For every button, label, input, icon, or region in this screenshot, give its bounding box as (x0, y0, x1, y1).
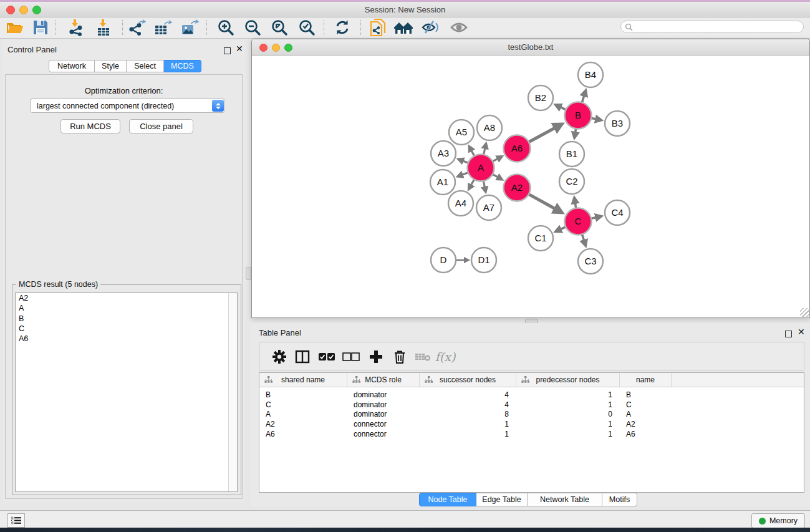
table-row[interactable]: A6connector11A6 (259, 429, 804, 439)
graph-node-A6[interactable]: A6 (504, 135, 531, 162)
search-input[interactable] (633, 22, 803, 32)
cell-shared-name[interactable]: B (259, 390, 347, 399)
graph-node-A5[interactable]: A5 (449, 120, 474, 145)
graph-node-A[interactable]: A (468, 155, 494, 181)
import-network-button[interactable] (65, 18, 86, 37)
cell-predecessor-nodes[interactable]: 1 (516, 430, 620, 438)
cell-predecessor-nodes[interactable]: 1 (516, 420, 620, 428)
graph-node-A8[interactable]: A8 (477, 115, 502, 140)
column-header-successor-nodes[interactable]: successor nodes (420, 373, 516, 387)
cell-successor-nodes[interactable]: 1 (420, 420, 516, 428)
graph-node-C2[interactable]: C2 (559, 169, 584, 194)
run-mcds-button[interactable]: Run MCDS (60, 119, 120, 133)
graph-node-D1[interactable]: D1 (471, 248, 496, 273)
close-panel-button[interactable]: ✕ (798, 329, 805, 335)
cell-successor-nodes[interactable]: 8 (420, 410, 516, 418)
split-view-button[interactable] (292, 347, 312, 366)
vertical-splitter-handle[interactable] (246, 267, 251, 280)
tab-node-table[interactable]: Node Table (419, 493, 476, 506)
tab-network-table[interactable]: Network Table (528, 493, 602, 506)
zoom-out-button[interactable] (242, 18, 263, 37)
graph-node-A4[interactable]: A4 (448, 191, 473, 216)
graph-node-A7[interactable]: A7 (476, 195, 501, 220)
deselect-all-button[interactable] (341, 347, 361, 366)
scrollbar-track[interactable] (228, 293, 237, 491)
export-image-button[interactable] (179, 18, 200, 37)
table-row[interactable]: Bdominator41B (259, 390, 804, 400)
delete-table-button[interactable] (413, 347, 433, 366)
tab-mcds[interactable]: MCDS (164, 60, 201, 72)
column-header-name[interactable]: name (620, 373, 672, 387)
mcds-result-item[interactable]: A (16, 303, 237, 313)
tab-motifs[interactable]: Motifs (602, 493, 637, 506)
add-column-button[interactable] (366, 347, 386, 366)
graph-node-A2[interactable]: A2 (504, 175, 531, 201)
export-network-button[interactable] (126, 18, 147, 37)
cell-shared-name[interactable]: A (259, 410, 347, 418)
criterion-dropdown[interactable]: largest connected component (directed) (30, 99, 225, 113)
cell-successor-nodes[interactable]: 4 (420, 390, 516, 399)
zoom-in-button[interactable] (215, 18, 236, 37)
cell-mcds-role[interactable]: connector (347, 430, 420, 438)
toggle-visibility-button[interactable] (420, 18, 441, 37)
cell-shared-name[interactable]: A2 (259, 420, 347, 428)
column-header-shared-name[interactable]: shared name (259, 373, 347, 387)
graph-node-D[interactable]: D (431, 248, 456, 273)
graph-edge-A2-C[interactable] (528, 193, 555, 208)
cell-mcds-role[interactable]: dominator (347, 390, 420, 399)
graph-node-C1[interactable]: C1 (528, 226, 553, 251)
table-row[interactable]: Adominator80A (259, 409, 804, 419)
graph-node-B4[interactable]: B4 (578, 62, 603, 87)
graph-node-C[interactable]: C (565, 208, 592, 235)
function-builder-button[interactable]: f(x) (435, 347, 455, 366)
open-file-button[interactable] (4, 18, 26, 37)
cell-name[interactable]: A2 (620, 420, 672, 428)
table-settings-button[interactable] (269, 347, 289, 366)
close-panel-button[interactable]: ✕ (236, 46, 243, 52)
tab-edge-table[interactable]: Edge Table (476, 493, 528, 506)
mcds-result-list[interactable]: A2ABCA6 (15, 293, 238, 492)
graph-node-B3[interactable]: B3 (605, 111, 630, 136)
show-hide-button[interactable] (448, 18, 470, 37)
import-table-button[interactable] (93, 18, 114, 37)
cell-successor-nodes[interactable]: 1 (420, 430, 516, 438)
new-network-button[interactable] (367, 18, 388, 37)
graph-node-A3[interactable]: A3 (431, 141, 456, 166)
refresh-button[interactable] (332, 18, 353, 37)
mcds-result-item[interactable]: A2 (16, 293, 237, 303)
graph-node-B[interactable]: B (565, 102, 592, 129)
cell-predecessor-nodes[interactable]: 0 (516, 410, 620, 418)
column-header-predecessor-nodes[interactable]: predecessor nodes (516, 373, 620, 387)
cell-successor-nodes[interactable]: 4 (420, 400, 516, 409)
delete-column-button[interactable] (390, 347, 410, 366)
mcds-result-item[interactable]: B (16, 314, 237, 324)
graph-node-C4[interactable]: C4 (605, 200, 630, 225)
float-panel-button[interactable] (785, 329, 792, 340)
graph-node-A1[interactable]: A1 (430, 170, 455, 195)
tab-network[interactable]: Network (49, 60, 95, 72)
mcds-result-item[interactable]: A6 (16, 334, 237, 344)
cell-mcds-role[interactable]: connector (347, 420, 420, 428)
cell-name[interactable]: B (620, 390, 672, 399)
graph-node-B2[interactable]: B2 (528, 85, 553, 110)
graph-node-B1[interactable]: B1 (559, 142, 584, 167)
close-panel-action-button[interactable]: Close panel (129, 119, 193, 133)
graph-edge-A6-B[interactable] (528, 128, 554, 143)
cell-shared-name[interactable]: C (259, 400, 347, 409)
mcds-result-item[interactable]: C (16, 324, 237, 334)
cell-name[interactable]: A (620, 410, 672, 418)
cell-name[interactable]: C (620, 400, 672, 409)
tab-select[interactable]: Select (127, 60, 164, 72)
cell-predecessor-nodes[interactable]: 1 (516, 400, 620, 409)
search-field[interactable] (620, 21, 804, 33)
select-all-button[interactable] (317, 347, 337, 366)
tab-style[interactable]: Style (95, 60, 127, 72)
cell-predecessor-nodes[interactable]: 1 (516, 390, 620, 399)
float-panel-button[interactable] (224, 46, 231, 57)
zoom-fit-button[interactable] (269, 18, 290, 37)
export-table-button[interactable] (152, 18, 173, 37)
zoom-selected-button[interactable] (296, 18, 317, 37)
memory-button[interactable]: Memory (751, 513, 805, 528)
cell-shared-name[interactable]: A6 (259, 430, 347, 438)
column-header-mcds-role[interactable]: MCDS role (347, 373, 420, 387)
